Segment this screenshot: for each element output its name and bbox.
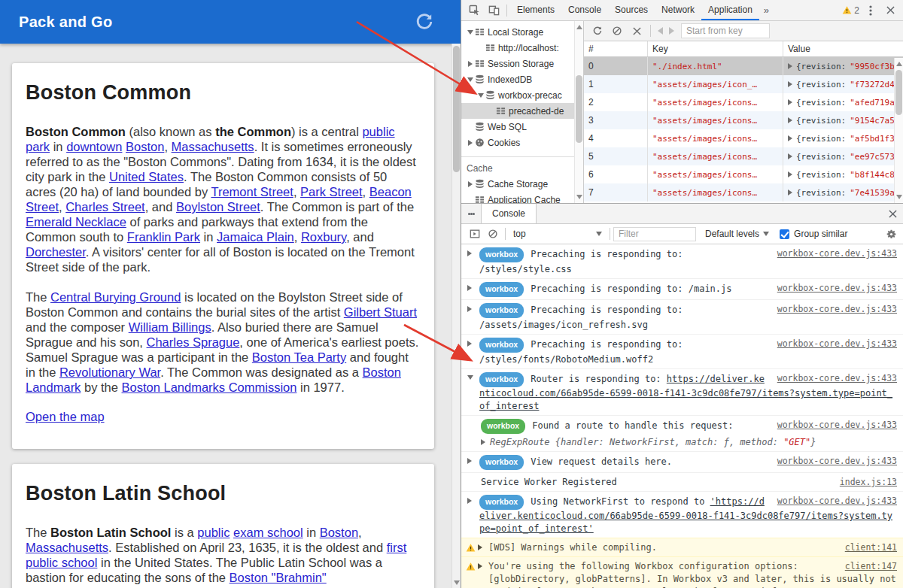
grid-row-5[interactable]: 5"assets/images/icons…{revision: "ee97c5… [584,147,903,165]
sidebar-item-indexeddb[interactable]: IndexedDB [461,71,583,87]
scrollbar-thumb[interactable] [895,70,902,115]
expand-icon[interactable] [467,285,472,291]
inline-link[interactable]: Revolutionary War [59,365,160,379]
sidebar-item-precached-de[interactable]: precached-de [461,103,583,119]
previous-page-icon[interactable] [658,27,663,35]
inline-link[interactable]: Charles Sprague [147,335,240,349]
page-scrollbar[interactable] [451,44,461,588]
inline-link[interactable]: United States [109,170,184,183]
expand-icon[interactable] [788,99,792,105]
refresh-icon[interactable] [414,11,435,32]
collapse-icon[interactable] [478,93,484,98]
sidebar-item-session-storage[interactable]: Session Storage [461,56,583,71]
source-link[interactable]: index.js:13 [840,476,897,489]
grid-row-3[interactable]: 3"assets/images/icons…{revision: "9154c7… [584,111,903,129]
expand-icon[interactable] [788,81,792,87]
expand-icon[interactable] [478,563,482,569]
source-link[interactable]: workbox-core.dev.js:433 [777,455,897,468]
column-header-key[interactable]: Key [648,41,783,56]
expand-icon[interactable] [468,140,473,146]
source-link[interactable]: client:141 [845,541,897,554]
more-tabs-icon[interactable]: » [759,5,774,16]
expand-icon[interactable] [788,135,792,141]
inline-link[interactable]: Boston "Brahmin" [230,571,327,584]
scroll-up-arrow-icon[interactable] [576,25,582,29]
inline-link[interactable]: Boston [320,526,358,539]
sidebar-item-workbox-precac[interactable]: workbox-precac [461,87,583,103]
source-link[interactable]: workbox-core.dev.js:433 [777,303,897,316]
expand-icon[interactable] [467,250,472,256]
expand-icon[interactable] [478,544,482,550]
refresh-icon[interactable] [588,22,607,40]
scroll-down-arrow-icon[interactable] [896,195,902,199]
inline-link[interactable]: Boylston Street [176,200,260,214]
source-link[interactable]: workbox-core.dev.js:433 [777,419,897,432]
column-header-index[interactable]: # [584,41,648,56]
inline-link[interactable]: exam school [233,526,303,539]
clear-console-icon[interactable] [484,225,502,243]
expand-icon[interactable] [468,181,473,187]
scroll-up-arrow-icon[interactable] [896,62,902,66]
grid-row-7[interactable]: 7"assets/images/icons…{revision: "7e4153… [584,183,903,202]
expand-icon[interactable] [481,439,485,445]
device-toolbar-icon[interactable] [484,1,503,20]
sidebar-item-application-cache[interactable]: Application Cache [461,192,583,203]
inline-link[interactable]: Boston Tea Party [252,350,346,364]
clear-object-store-icon[interactable] [608,22,626,40]
grid-row-4[interactable]: 4"assets/images/icons…{revision: "af5bd1… [584,129,903,147]
source-link[interactable]: workbox-core.dev.js:433 [777,372,897,385]
warning-count-badge[interactable]: 2 [842,5,859,16]
expand-icon[interactable] [467,458,472,464]
expand-icon[interactable] [788,63,792,69]
source-link[interactable]: workbox-core.dev.js:433 [777,338,897,350]
object-preview[interactable]: RegExpRoute {handler: NetworkFirst, matc… [481,436,897,449]
tab-network[interactable]: Network [655,0,701,20]
grid-row-1[interactable]: 1"assets/images/icon_…{revision: "f73272… [584,75,903,93]
inline-link[interactable]: Emerald Necklace [26,215,126,229]
console-settings-gear-icon[interactable] [886,229,897,240]
sidebar-item-cache-storage[interactable]: Cache Storage [461,176,583,192]
collapse-icon[interactable] [467,375,473,380]
tab-elements[interactable]: Elements [510,0,561,20]
start-from-key-input[interactable] [681,23,770,38]
inline-link[interactable]: William Billings [129,320,211,334]
drawer-close-icon[interactable] [882,204,903,223]
sidebar-item-cookies[interactable]: Cookies [461,135,583,150]
sidebar-scrollbar[interactable] [574,21,583,203]
collapse-icon[interactable] [467,30,473,35]
tab-console[interactable]: Console [561,0,608,20]
inline-link[interactable]: Roxbury [301,230,346,244]
console-sidebar-toggle-icon[interactable] [466,225,484,243]
expand-icon[interactable] [788,117,792,123]
inline-link[interactable]: Massachusetts [26,541,108,554]
devtools-close-icon[interactable] [880,1,900,20]
inline-link[interactable]: Boston [126,140,164,153]
expand-icon[interactable] [468,61,473,67]
inspect-element-icon[interactable] [464,1,484,20]
source-link[interactable]: workbox-core.dev.js:433 [777,282,897,295]
inline-link[interactable]: Jamaica Plain [217,230,294,244]
grid-row-2[interactable]: 2"assets/images/icons…{revision: "afed71… [584,93,903,111]
scrollbar-thumb[interactable] [453,46,460,172]
inline-link[interactable]: Central Burying Ground [50,290,181,304]
inline-link[interactable]: downtown [66,140,122,153]
devtools-menu-icon[interactable] [861,1,880,20]
inline-link[interactable]: Gilbert Stuart [344,305,417,319]
expand-icon[interactable] [788,189,792,195]
expand-icon[interactable] [467,498,472,504]
grid-row-6[interactable]: 6"assets/images/icons…{revision: "b8f144… [584,165,903,183]
inline-link[interactable]: Franklin Park [127,230,200,244]
console-filter-input[interactable] [613,227,696,241]
expand-icon[interactable] [467,341,472,347]
grid-row-0[interactable]: 0"./index.html"{revision: "9950cf3b4 [584,57,903,75]
collapse-icon[interactable] [467,77,473,82]
source-link[interactable]: client:147 [845,560,897,573]
tab-application[interactable]: Application [701,0,759,20]
sidebar-item-http-localhost-[interactable]: http://localhost: [461,40,583,56]
scroll-down-arrow-icon[interactable] [454,580,460,585]
inline-link[interactable]: Charles Street [65,200,144,214]
console-drawer-tab[interactable]: Console [481,204,537,223]
grid-scrollbar[interactable] [894,58,903,203]
next-page-icon[interactable] [669,27,674,35]
column-header-value[interactable]: Value [783,41,903,56]
